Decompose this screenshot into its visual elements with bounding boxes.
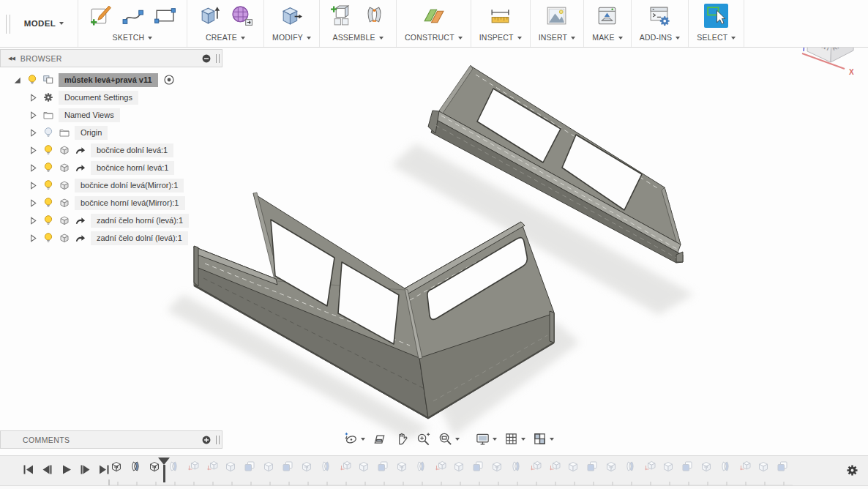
browser-row[interactable]: zadní čelo horní (levá):1 xyxy=(28,212,222,229)
toolbar-menu-select[interactable]: SELECT xyxy=(697,30,736,47)
activate-component-radio[interactable] xyxy=(163,74,175,86)
expand-collapse-icon[interactable] xyxy=(28,145,39,156)
visibility-bulb-icon[interactable] xyxy=(42,162,54,173)
timeline-feature-component[interactable] xyxy=(300,460,313,473)
create-sketch-icon[interactable] xyxy=(86,1,114,29)
timeline-feature-box[interactable] xyxy=(757,460,770,473)
browser-row[interactable]: bočnice dolní levá(Mirror):1 xyxy=(28,176,222,194)
root-component-label[interactable]: můstek levá+pravá v11 xyxy=(59,73,158,87)
timeline-feature-extrude[interactable] xyxy=(585,460,599,473)
timeline-feature-body-move[interactable] xyxy=(528,460,542,473)
visibility-bulb-icon[interactable] xyxy=(42,197,54,209)
toolbar-menu-modify[interactable]: MODIFY xyxy=(272,30,311,47)
toolbar-menu-insert[interactable]: INSERT xyxy=(539,30,576,47)
expand-collapse-icon[interactable] xyxy=(28,110,39,121)
look-at-tool[interactable] xyxy=(370,430,389,447)
panel-resize-grip[interactable] xyxy=(216,436,220,444)
timeline-feature-body-move[interactable] xyxy=(186,460,199,473)
timeline-feature-box[interactable] xyxy=(566,460,580,473)
workspace-selector[interactable]: MODEL xyxy=(10,0,78,47)
form-icon[interactable] xyxy=(228,1,255,29)
collapse-all-icon[interactable] xyxy=(201,53,212,64)
timeline-feature-component[interactable] xyxy=(700,460,713,473)
timeline-feature-body-move[interactable] xyxy=(338,460,351,473)
browser-item-label[interactable]: bočnice horní levá:1 xyxy=(91,161,174,175)
browser-item-label[interactable]: zadní čelo horní (levá):1 xyxy=(91,214,189,228)
expand-collapse-icon[interactable] xyxy=(28,127,39,138)
visibility-bulb-icon[interactable] xyxy=(42,232,54,244)
visibility-bulb-icon[interactable] xyxy=(42,214,54,226)
expand-collapse-icon[interactable] xyxy=(28,92,39,103)
visibility-bulb-icon[interactable] xyxy=(42,127,54,138)
expand-collapse-icon[interactable] xyxy=(28,233,39,244)
grid-display-tool[interactable] xyxy=(501,430,528,447)
step-back-button[interactable] xyxy=(41,464,53,475)
expand-collapse-icon[interactable] xyxy=(28,215,39,226)
browser-row-root[interactable]: můstek levá+pravá v11 xyxy=(12,71,222,89)
orbit-tool[interactable] xyxy=(341,430,367,447)
toolbar-menu-assemble[interactable]: ASSEMBLE xyxy=(328,30,388,47)
timeline-feature-box[interactable] xyxy=(662,460,675,473)
insert-image-icon[interactable] xyxy=(543,1,571,29)
play-button[interactable] xyxy=(60,464,72,475)
browser-row[interactable]: Origin xyxy=(28,124,222,141)
construction-plane-icon[interactable] xyxy=(419,1,447,29)
timeline-feature-body-move[interactable] xyxy=(547,460,561,473)
timeline-feature-component[interactable] xyxy=(395,460,408,473)
go-to-end-button[interactable] xyxy=(98,464,111,475)
collapse-panel-icon[interactable]: ◀◀ xyxy=(8,56,15,61)
visibility-bulb-icon[interactable] xyxy=(26,74,38,86)
toolbar-menu-add-ins[interactable]: ADD-INS xyxy=(640,30,681,47)
browser-row[interactable]: zadní čelo dolní (levá):1 xyxy=(28,229,222,247)
add-comment-icon[interactable] xyxy=(201,435,212,445)
toolbar-menu-sketch[interactable]: SKETCH xyxy=(86,30,179,47)
timeline-feature-component[interactable] xyxy=(490,460,504,473)
timeline-feature-joint[interactable] xyxy=(719,460,732,473)
comments-panel-header[interactable]: COMMENTS xyxy=(0,430,222,449)
step-forward-button[interactable] xyxy=(79,464,91,475)
browser-row[interactable]: bočnice horní levá(Mirror):1 xyxy=(28,194,222,212)
pan-tool[interactable] xyxy=(392,430,411,447)
browser-row[interactable]: Named Views xyxy=(28,106,222,124)
browser-item-label[interactable]: Named Views xyxy=(59,108,120,122)
timeline-feature-body-move[interactable] xyxy=(433,460,446,473)
zoom-tool[interactable] xyxy=(414,430,433,447)
go-to-start-button[interactable] xyxy=(22,464,34,475)
expand-collapse-icon[interactable] xyxy=(28,163,39,173)
browser-panel-header[interactable]: ◀◀ BROWSER xyxy=(0,49,222,67)
browser-item-label[interactable]: bočnice dolní levá:1 xyxy=(91,143,173,157)
timeline-feature-box[interactable] xyxy=(452,460,465,473)
timeline-feature-joint[interactable] xyxy=(129,460,142,473)
toolbar-menu-make[interactable]: MAKE xyxy=(592,30,623,47)
expand-collapse-icon[interactable] xyxy=(28,180,39,191)
measure-icon[interactable] xyxy=(487,1,515,29)
panel-resize-grip[interactable] xyxy=(216,54,220,63)
timeline-feature-extrude[interactable] xyxy=(471,460,484,473)
spline-icon[interactable] xyxy=(119,1,146,29)
visibility-bulb-icon[interactable] xyxy=(42,179,54,191)
timeline-feature-extrude[interactable] xyxy=(776,460,789,473)
timeline-feature-joint[interactable] xyxy=(509,460,523,473)
timeline-feature-body-move[interactable] xyxy=(205,460,218,473)
browser-item-label[interactable]: bočnice dolní levá(Mirror):1 xyxy=(75,179,184,193)
timeline-feature-joint[interactable] xyxy=(414,460,427,473)
timeline-feature-body-move[interactable] xyxy=(738,460,751,473)
browser-item-label[interactable]: Origin xyxy=(75,126,108,140)
toolbar-menu-create[interactable]: CREATE xyxy=(195,30,255,47)
expand-collapse-icon[interactable] xyxy=(12,75,23,86)
timeline-feature-box[interactable] xyxy=(224,460,237,473)
timeline-feature-component[interactable] xyxy=(110,460,123,473)
timeline-feature-box[interactable] xyxy=(262,460,275,473)
expand-collapse-icon[interactable] xyxy=(28,198,39,209)
timeline-settings-gear-icon[interactable] xyxy=(845,463,859,477)
toolbar-menu-construct[interactable]: CONSTRUCT xyxy=(405,30,463,47)
timeline-playhead[interactable] xyxy=(158,458,170,482)
display-settings-tool[interactable] xyxy=(473,430,499,447)
toolbar-menu-inspect[interactable]: INSPECT xyxy=(479,30,522,47)
browser-item-label[interactable]: Document Settings xyxy=(59,91,138,105)
timeline-feature-body-move[interactable] xyxy=(643,460,656,473)
browser-item-label[interactable]: zadní čelo dolní (levá):1 xyxy=(91,231,188,245)
print-3d-icon[interactable] xyxy=(594,1,621,29)
viewports-tool[interactable] xyxy=(530,430,556,447)
timeline-feature-extrude[interactable] xyxy=(376,460,389,473)
